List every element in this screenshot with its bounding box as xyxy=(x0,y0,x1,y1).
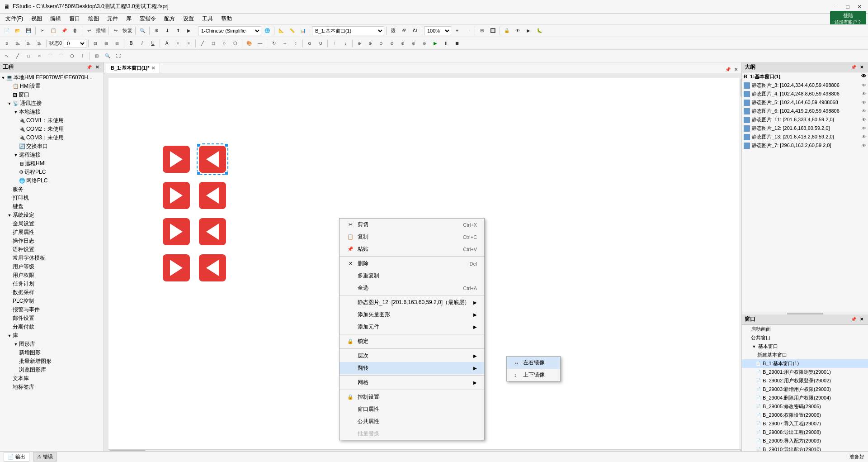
s2-btn[interactable]: Sₛ xyxy=(34,38,44,48)
draw-rect[interactable]: □ xyxy=(208,38,218,48)
polygon-tool[interactable]: ⬡ xyxy=(67,51,77,61)
align-left[interactable]: ⊡ xyxy=(90,38,100,48)
ctx-paste[interactable]: 📌 粘贴 Ctrl+V xyxy=(340,243,484,255)
flip-h-btn[interactable]: ↔ xyxy=(280,38,290,48)
window-basic-toggle[interactable]: ▼ xyxy=(751,343,757,350)
window-new-basic[interactable]: 新建基本窗口 xyxy=(742,351,868,359)
tree-graphic-lib[interactable]: ▼ 图形库 xyxy=(0,340,104,348)
tree-user-perm[interactable]: 用户权限 xyxy=(0,271,104,280)
menu-edit[interactable]: 编辑 xyxy=(47,14,65,24)
flip-v-btn[interactable]: ↕ xyxy=(291,38,301,48)
hscroll-thumb[interactable] xyxy=(109,450,146,451)
window-b29006[interactable]: 📄B_29006:权限设置(29006) xyxy=(742,411,868,419)
window-b29001[interactable]: 📄B_29001:用户权限浏览(29001) xyxy=(742,368,868,376)
draw-polygon[interactable]: ⬡ xyxy=(230,38,240,48)
ctx-add-vector[interactable]: 添加矢量图形 ▶ xyxy=(340,309,484,321)
align-center-h[interactable]: ⊞ xyxy=(101,38,111,48)
tb-icon2[interactable]: 📏 xyxy=(287,26,297,36)
tb-icon6[interactable]: 🗘 xyxy=(410,26,420,36)
tb-icon1[interactable]: 📐 xyxy=(276,26,286,36)
bold-btn[interactable]: B xyxy=(126,38,136,48)
tb-icon4[interactable]: 🖼 xyxy=(388,26,398,36)
zoom-fit[interactable]: ⊞ xyxy=(92,51,102,61)
window-b29007[interactable]: 📄B_29007:导入工程(29007) xyxy=(742,419,868,428)
outline-eye-5[interactable]: 👁 xyxy=(862,126,866,131)
handle-tr[interactable] xyxy=(225,143,228,147)
window-b29009[interactable]: 📄B_29009:导入配方(29009) xyxy=(742,437,868,445)
tree-user-level[interactable]: 用户等级 xyxy=(0,262,104,271)
ctx-grid[interactable]: 网格 ▶ xyxy=(340,376,484,389)
tree-net-plc[interactable]: 🌐 网络PLC xyxy=(0,176,104,185)
tree-lib[interactable]: ▼ 库 xyxy=(0,331,104,340)
outline-eye-2[interactable]: 👁 xyxy=(862,100,866,105)
arrow-left-3[interactable] xyxy=(199,218,226,245)
canvas-hscroll[interactable] xyxy=(108,449,740,451)
tree-browse-graphic[interactable]: 浏览图形库 xyxy=(0,366,104,374)
tree-alarm[interactable]: 报警与事件 xyxy=(0,305,104,314)
menu-component[interactable]: 元件 xyxy=(104,14,122,24)
group-btn[interactable]: G xyxy=(305,38,315,48)
menu-recipe[interactable]: 配方 xyxy=(160,14,179,24)
vscroll-thumb[interactable] xyxy=(741,79,742,97)
tree-remote-hmi[interactable]: 🖥 远程HMI xyxy=(0,159,104,168)
ctx-lock[interactable]: 🔒 锁定 xyxy=(340,335,484,348)
run4-btn[interactable]: ⏹ xyxy=(452,38,462,48)
tree-toggle-root[interactable]: ▼ xyxy=(0,75,6,81)
tree-toggle-lib[interactable]: ▼ xyxy=(6,333,13,339)
window-panel-close[interactable]: ✕ xyxy=(858,316,865,323)
outline-item-5[interactable]: 静态图片_12: [201.6,163,60,59.2,0] 👁 xyxy=(742,124,868,133)
line-style[interactable]: — xyxy=(255,38,265,48)
outline-eye-1[interactable]: 👁 xyxy=(862,91,866,96)
menu-tools[interactable]: 工具 xyxy=(198,14,217,24)
underline-btn[interactable]: U xyxy=(148,38,158,48)
canvas-content[interactable]: ✂ 剪切 Ctrl+X 📋 复制 Ctrl+C xyxy=(108,78,741,451)
tree-service[interactable]: 服务 xyxy=(0,185,104,194)
tree-global[interactable]: 全局设置 xyxy=(0,219,104,228)
delete-button[interactable]: 🗑 xyxy=(70,26,80,36)
window-b1[interactable]: 📄 B_1:基本窗口(1) xyxy=(742,359,868,368)
globe-icon[interactable]: 🌐 xyxy=(262,26,272,36)
tree-toggle-sys[interactable]: ▼ xyxy=(6,212,13,219)
ctx-flip[interactable]: 翻转 ▶ xyxy=(340,362,484,374)
arrow-right-4[interactable] xyxy=(163,254,190,281)
handle-tl[interactable] xyxy=(197,143,200,147)
outline-item-7[interactable]: 静态图片_7: [296.8,163.2,60,59.2,0] 👁 xyxy=(742,141,868,150)
window-panel-pin[interactable]: 📌 xyxy=(850,316,857,323)
tree-toggle-remote[interactable]: ▼ xyxy=(13,152,19,158)
outline-eye-6[interactable]: 👁 xyxy=(862,134,866,139)
zoom-out[interactable]: - xyxy=(463,26,473,36)
ctx-layer[interactable]: 层次 ▶ xyxy=(340,350,484,362)
outline-eye-3[interactable]: 👁 xyxy=(862,109,866,114)
draw-circle[interactable]: ○ xyxy=(219,38,229,48)
draw-line[interactable]: ╱ xyxy=(198,38,208,48)
tree-printer[interactable]: 打印机 xyxy=(0,194,104,202)
arrow-right-1[interactable] xyxy=(163,146,190,173)
tree-remote-plc[interactable]: ⚙ 远程PLC xyxy=(0,168,104,176)
ungroup-btn[interactable]: U xyxy=(316,38,326,48)
lock-icon[interactable]: 🔒 xyxy=(502,26,512,36)
menu-help[interactable]: 帮助 xyxy=(217,14,236,24)
italic-btn[interactable]: I xyxy=(137,38,147,48)
outline-eye-4[interactable]: 👁 xyxy=(862,117,866,122)
window-b29008[interactable]: 📄B_29008:导出工程(29008) xyxy=(742,428,868,437)
window-b29003[interactable]: 📄B_29003:新增用户权限(29003) xyxy=(742,385,868,394)
select-tool[interactable]: ↖ xyxy=(2,51,12,61)
rect-tool[interactable]: □ xyxy=(24,51,33,61)
outline-item-4[interactable]: 静态图片_11: [201.6,333.4,60,59.2,0] 👁 xyxy=(742,115,868,124)
run3-btn[interactable]: ⏸ xyxy=(441,38,451,48)
tab-close-panel-button[interactable]: ✕ xyxy=(732,66,740,73)
copy-button[interactable]: 📋 xyxy=(48,26,58,36)
tree-root[interactable]: ▼ 💻 本地HMI FE9070WE/FE6070H... xyxy=(0,73,104,82)
outline-close-button[interactable]: ✕ xyxy=(858,64,865,71)
canvas-vscroll[interactable] xyxy=(740,78,741,449)
undo-button[interactable]: ↩ xyxy=(84,26,94,36)
font-color-btn[interactable]: A xyxy=(162,38,172,48)
outline-eye-0[interactable]: 👁 xyxy=(862,83,866,88)
tree-task-plan[interactable]: 任务计划 xyxy=(0,280,104,288)
panel-pin-button[interactable]: 📌 xyxy=(85,64,93,71)
ctx-add-element[interactable]: 添加元件 ▶ xyxy=(340,321,484,333)
canvas-white[interactable]: ✂ 剪切 Ctrl+X 📋 复制 Ctrl+C xyxy=(108,78,740,449)
more-btn7[interactable]: ⊝ xyxy=(420,38,429,48)
tree-font-tpl[interactable]: 常用字体模板 xyxy=(0,254,104,262)
zoom-window-fit[interactable]: ⛶ xyxy=(113,51,123,61)
